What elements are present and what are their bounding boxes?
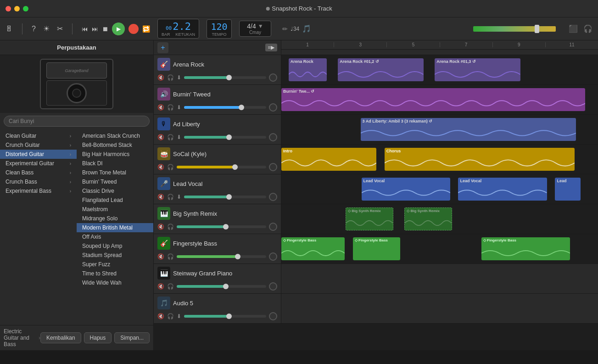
- volume-slider-arena-rock[interactable]: [184, 76, 266, 79]
- headphones-icon[interactable]: 🎧: [167, 134, 174, 140]
- cell-ad-liberty[interactable]: 3 Ad Liberty: Ambil 3 (3 rekaman) ↺: [361, 118, 576, 141]
- preset-brown-tone[interactable]: Brown Tone Metal: [77, 168, 153, 177]
- category-crunch-guitar[interactable]: Crunch Guitar ›: [0, 140, 77, 150]
- minimize-button[interactable]: [14, 6, 20, 11]
- volume-slider-lead-vocal[interactable]: [184, 196, 266, 198]
- preset-american-stack[interactable]: American Stack Crunch: [77, 131, 153, 140]
- record-arm-icon[interactable]: ⬇: [177, 74, 181, 81]
- mute-icon[interactable]: 🔇: [157, 134, 164, 140]
- tempo-display[interactable]: 120 TEMPO: [207, 19, 232, 39]
- cell-arena-rock-2[interactable]: Arena Rock #01,2 ↺: [338, 58, 423, 81]
- rewind-button[interactable]: ⏮: [82, 25, 88, 33]
- volume-slider-big-synth[interactable]: [177, 225, 266, 228]
- preset-super-fuzz[interactable]: Super Fuzz: [77, 260, 153, 269]
- preset-classic-drive[interactable]: Classic Drive: [77, 186, 153, 196]
- stop-button[interactable]: ⏹: [102, 25, 108, 33]
- preset-burnin-tweed[interactable]: Burnin' Tweed: [77, 177, 153, 186]
- cell-socal-intro[interactable]: Intro: [281, 148, 376, 171]
- volume-slider-audio5[interactable]: [184, 315, 266, 318]
- preset-stadium-spread[interactable]: Stadium Spread: [77, 251, 153, 260]
- preset-off-axis[interactable]: Off Axis: [77, 232, 153, 241]
- mute-icon[interactable]: 🔇: [157, 194, 164, 200]
- smart-controls-button[interactable]: ≡▶: [265, 44, 277, 51]
- preset-wide-wide-wah[interactable]: Wide Wide Wah: [77, 278, 153, 287]
- preset-black-di[interactable]: Black DI: [77, 159, 153, 168]
- cell-big-synth-1[interactable]: ◇ Big Synth Remix: [346, 207, 393, 230]
- mute-icon[interactable]: 🔇: [157, 164, 164, 170]
- volume-slider-socal[interactable]: [177, 166, 266, 168]
- record-arm-icon[interactable]: ⬇: [177, 313, 181, 319]
- category-clean-bass[interactable]: Clean Bass ›: [0, 168, 77, 177]
- preset-bell-bottomed[interactable]: Bell-Bottomed Stack: [77, 140, 153, 150]
- preset-big-hair[interactable]: Big Hair Harmonics: [77, 150, 153, 159]
- help-icon[interactable]: ?: [32, 25, 36, 33]
- pencil-icon[interactable]: ✏: [282, 25, 288, 33]
- headphones-icon[interactable]: 🎧: [167, 253, 174, 260]
- mute-icon[interactable]: 🔇: [157, 104, 164, 111]
- add-track-button[interactable]: +: [157, 42, 168, 53]
- maximize-button[interactable]: [23, 6, 28, 11]
- volume-slider-fingerstyle[interactable]: [177, 255, 266, 258]
- mute-icon[interactable]: 🔇: [157, 313, 164, 319]
- position-display[interactable]: 00 2.2 BAR KETUKAN: [157, 19, 199, 39]
- pan-knob-big-synth[interactable]: [269, 223, 277, 231]
- pan-knob-arena-rock[interactable]: [269, 73, 277, 82]
- volume-slider-ad-liberty[interactable]: [184, 136, 266, 139]
- category-distorted-guitar[interactable]: Distorted Guitar ›: [0, 150, 77, 159]
- cell-arena-rock-3[interactable]: Arena Rock #01,3 ↺: [435, 58, 520, 81]
- volume-slider-burnin[interactable]: [184, 106, 266, 109]
- cell-lead-vocal-1[interactable]: Lead Vocal: [362, 178, 450, 201]
- volume-slider-steinway[interactable]: [177, 285, 266, 288]
- headphones-icon[interactable]: 🎧: [167, 104, 174, 111]
- cell-socal-chorus[interactable]: Chorus: [385, 148, 575, 171]
- cycle-button[interactable]: 🔁: [142, 25, 150, 33]
- search-input[interactable]: [4, 116, 150, 127]
- close-button[interactable]: [6, 6, 11, 11]
- cell-lead-vocal-3[interactable]: Lead: [555, 178, 580, 201]
- record-arm-icon[interactable]: ⬇: [177, 194, 181, 200]
- headphones-icon[interactable]: 🎧: [167, 313, 174, 319]
- preset-time-to-shred[interactable]: Time to Shred: [77, 269, 153, 278]
- display-icon[interactable]: ☀: [43, 24, 50, 33]
- record-arm-icon[interactable]: ⬇: [177, 134, 181, 140]
- record-arm-icon[interactable]: ⬇: [177, 104, 181, 111]
- headphones-icon[interactable]: 🎧: [167, 164, 174, 170]
- pan-knob-burnin[interactable]: [269, 103, 277, 112]
- pan-knob-audio5[interactable]: [269, 312, 277, 320]
- cell-burnin[interactable]: Burnin' Twe... ↺: [281, 88, 585, 111]
- scissors-icon[interactable]: ✂: [57, 24, 63, 33]
- pan-knob-lead-vocal[interactable]: [269, 193, 277, 201]
- kembalikan-button[interactable]: Kembalikan: [40, 332, 81, 343]
- library-icon[interactable]: 🎚: [6, 25, 13, 33]
- mute-icon[interactable]: 🔇: [157, 74, 164, 81]
- pan-knob-ad-liberty[interactable]: [269, 133, 277, 141]
- play-button[interactable]: ▶: [112, 22, 125, 35]
- simpan-button[interactable]: Simpan...: [114, 332, 150, 343]
- headphones-icon[interactable]: 🎧: [167, 283, 174, 290]
- preset-flangilated[interactable]: Flangilated Lead: [77, 196, 153, 205]
- cell-fingerstyle-2[interactable]: ◇ Fingerstyle Bass: [353, 237, 401, 260]
- mute-icon[interactable]: 🔇: [157, 224, 164, 230]
- headphones-icon[interactable]: 🎧: [167, 74, 174, 81]
- preset-souped-up[interactable]: Souped Up Amp: [77, 241, 153, 251]
- mute-icon[interactable]: 🔇: [157, 253, 164, 260]
- category-clean-guitar[interactable]: Clean Guitar ›: [0, 131, 77, 140]
- preset-maelstrom[interactable]: Maelstrom: [77, 205, 153, 214]
- mute-icon[interactable]: 🔇: [157, 283, 164, 290]
- master-volume[interactable]: [473, 26, 556, 32]
- hapus-button[interactable]: Hapus: [84, 332, 112, 343]
- preset-midrange-solo[interactable]: Midrange Solo: [77, 214, 153, 223]
- headphone-icon[interactable]: 🎧: [583, 24, 592, 33]
- headphones-icon[interactable]: 🎧: [167, 224, 174, 230]
- fastforward-button[interactable]: ⏭: [92, 25, 98, 33]
- cell-arena-rock-1[interactable]: Arena Rock: [289, 58, 327, 81]
- category-crunch-bass[interactable]: Crunch Bass ›: [0, 177, 77, 186]
- record-button[interactable]: [129, 24, 139, 34]
- cell-fingerstyle-1[interactable]: ◇ Fingerstyle Bass: [281, 237, 345, 260]
- category-experimental-guitar[interactable]: Experimental Guitar ›: [0, 159, 77, 168]
- pan-knob-steinway[interactable]: [269, 282, 277, 291]
- pan-knob-socal[interactable]: [269, 163, 277, 171]
- screen-icon[interactable]: ⬛: [569, 24, 578, 33]
- cell-fingerstyle-3[interactable]: ◇ Fingerstyle Bass: [481, 237, 570, 260]
- cell-lead-vocal-2[interactable]: Lead Vocal: [458, 178, 547, 201]
